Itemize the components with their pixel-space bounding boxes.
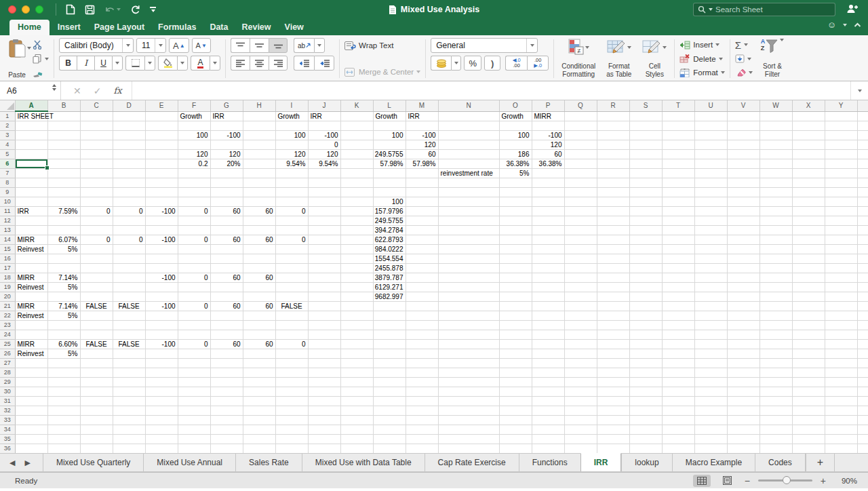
cell-C4[interactable] bbox=[80, 140, 113, 149]
cell-O32[interactable] bbox=[499, 406, 532, 415]
cell-O36[interactable] bbox=[499, 444, 532, 453]
cell-T2[interactable] bbox=[662, 121, 694, 130]
cell-G14[interactable]: 60 bbox=[210, 235, 243, 244]
cell-N3[interactable] bbox=[438, 130, 499, 140]
cell-F18[interactable]: 0 bbox=[178, 273, 210, 282]
cell-D8[interactable] bbox=[113, 178, 145, 187]
font-name-dropdown-icon[interactable] bbox=[122, 39, 133, 52]
cell-M32[interactable] bbox=[406, 406, 438, 415]
cell-Q22[interactable] bbox=[564, 311, 597, 320]
cell-B32[interactable] bbox=[47, 406, 80, 415]
cell-I8[interactable] bbox=[275, 178, 308, 187]
column-header-J[interactable]: J bbox=[308, 100, 340, 111]
cell-C21[interactable]: FALSE bbox=[80, 301, 113, 311]
cell-F19[interactable] bbox=[178, 282, 210, 292]
cell-K21[interactable] bbox=[340, 301, 373, 311]
column-header-Q[interactable]: Q bbox=[564, 100, 597, 111]
align-left-button[interactable] bbox=[231, 56, 250, 71]
cell-I4[interactable] bbox=[275, 140, 308, 149]
cell-T9[interactable] bbox=[662, 187, 694, 197]
cell-L16[interactable]: 1554.554 bbox=[373, 254, 406, 263]
cell-R15[interactable] bbox=[597, 244, 629, 254]
column-header-M[interactable]: M bbox=[406, 100, 438, 111]
cell-Q1[interactable] bbox=[564, 111, 597, 121]
cell-I18[interactable] bbox=[275, 273, 308, 282]
row-header-15[interactable]: 15 bbox=[0, 244, 15, 254]
cell-N7[interactable]: reinvestment rate bbox=[438, 168, 499, 178]
cell-V18[interactable] bbox=[727, 273, 760, 282]
search-box[interactable] bbox=[693, 3, 835, 16]
cell-M6[interactable]: 57.98% bbox=[406, 159, 438, 168]
cell-D13[interactable] bbox=[113, 225, 145, 235]
cell-S18[interactable] bbox=[629, 273, 662, 282]
cell-A9[interactable] bbox=[15, 187, 47, 197]
cell-J15[interactable] bbox=[308, 244, 340, 254]
cell-H25[interactable]: 60 bbox=[243, 339, 275, 349]
minimize-window-button[interactable] bbox=[22, 5, 30, 14]
cell-H24[interactable] bbox=[243, 330, 275, 339]
italic-button[interactable]: I bbox=[77, 56, 94, 71]
cell-M19[interactable] bbox=[406, 282, 438, 292]
cell-P30[interactable] bbox=[532, 387, 564, 396]
cell-P1[interactable]: MIRR bbox=[532, 111, 564, 121]
cell-H12[interactable] bbox=[243, 216, 275, 225]
cell-E27[interactable] bbox=[145, 358, 178, 368]
cell-T19[interactable] bbox=[662, 282, 694, 292]
cell-Q30[interactable] bbox=[564, 387, 597, 396]
cell-P25[interactable] bbox=[532, 339, 564, 349]
cell-L12[interactable]: 249.5755 bbox=[373, 216, 406, 225]
cell-I14[interactable]: 0 bbox=[275, 235, 308, 244]
cell-V13[interactable] bbox=[727, 225, 760, 235]
cell-E19[interactable] bbox=[145, 282, 178, 292]
cell-O12[interactable] bbox=[499, 216, 532, 225]
cell-H1[interactable] bbox=[243, 111, 275, 121]
cell-A28[interactable] bbox=[15, 368, 47, 377]
cell-T13[interactable] bbox=[662, 225, 694, 235]
column-header-I[interactable]: I bbox=[275, 100, 308, 111]
cell-X10[interactable] bbox=[792, 197, 825, 206]
cell-L21[interactable] bbox=[373, 301, 406, 311]
cell-X22[interactable] bbox=[792, 311, 825, 320]
cell-H27[interactable] bbox=[243, 358, 275, 368]
cell-V23[interactable] bbox=[727, 320, 760, 330]
cell-W30[interactable] bbox=[760, 387, 792, 396]
merge-center-button[interactable]: Merge & Center bbox=[344, 64, 420, 79]
cell-I33[interactable] bbox=[275, 415, 308, 425]
cell-X36[interactable] bbox=[792, 444, 825, 453]
cell-L36[interactable] bbox=[373, 444, 406, 453]
cell-F13[interactable] bbox=[178, 225, 210, 235]
cell-B22[interactable]: 5% bbox=[47, 311, 80, 320]
cell-H20[interactable] bbox=[243, 292, 275, 301]
cell-F9[interactable] bbox=[178, 187, 210, 197]
cell-N34[interactable] bbox=[438, 425, 499, 434]
cell-V24[interactable] bbox=[727, 330, 760, 339]
cell-Q13[interactable] bbox=[564, 225, 597, 235]
cell-X34[interactable] bbox=[792, 425, 825, 434]
cell-S28[interactable] bbox=[629, 368, 662, 377]
cell-W16[interactable] bbox=[760, 254, 792, 263]
cell-T32[interactable] bbox=[662, 406, 694, 415]
cell-H5[interactable] bbox=[243, 149, 275, 159]
cell-V28[interactable] bbox=[727, 368, 760, 377]
cell-V14[interactable] bbox=[727, 235, 760, 244]
cell-J5[interactable]: 120 bbox=[308, 149, 340, 159]
cell-D21[interactable]: FALSE bbox=[113, 301, 145, 311]
cell-S31[interactable] bbox=[629, 396, 662, 406]
cell-T28[interactable] bbox=[662, 368, 694, 377]
cell-X18[interactable] bbox=[792, 273, 825, 282]
cell-T21[interactable] bbox=[662, 301, 694, 311]
cell-H15[interactable] bbox=[243, 244, 275, 254]
sheet-tab-irr[interactable]: IRR bbox=[580, 453, 622, 471]
cell-E33[interactable] bbox=[145, 415, 178, 425]
cell-X6[interactable] bbox=[792, 159, 825, 168]
cell-S36[interactable] bbox=[629, 444, 662, 453]
row-header-36[interactable]: 36 bbox=[0, 444, 15, 453]
cell-E24[interactable] bbox=[145, 330, 178, 339]
cell-U33[interactable] bbox=[694, 415, 727, 425]
cell-H30[interactable] bbox=[243, 387, 275, 396]
cell-F17[interactable] bbox=[178, 263, 210, 273]
cell-G4[interactable] bbox=[210, 140, 243, 149]
cell-Y22[interactable] bbox=[825, 311, 857, 320]
row-header-31[interactable]: 31 bbox=[0, 396, 15, 406]
cell-D34[interactable] bbox=[113, 425, 145, 434]
